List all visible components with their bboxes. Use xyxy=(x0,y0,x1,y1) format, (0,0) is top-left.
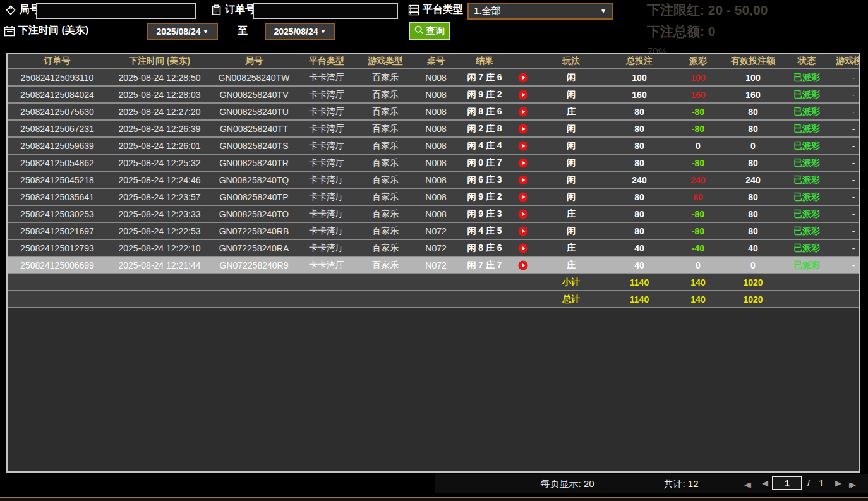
play-video-icon[interactable] xyxy=(518,226,528,236)
subtotal-row-table_no xyxy=(413,274,459,291)
play-type-cell: 庄 xyxy=(536,239,606,257)
play-video-icon[interactable] xyxy=(518,243,528,253)
play-video-icon[interactable] xyxy=(518,158,528,168)
col-header-mode: 游戏模式 xyxy=(831,54,860,69)
page-number-input[interactable] xyxy=(772,476,802,490)
prev-page-icon[interactable]: ◀ xyxy=(762,478,768,489)
game-no-cell: GN008258240TP xyxy=(212,188,296,205)
total-row-type xyxy=(358,291,413,308)
table-row[interactable]: 2508241250596392025-08-24 12:26:01GN0082… xyxy=(8,137,860,154)
platform-type-cell: 卡卡湾厅 xyxy=(296,257,358,274)
background-bet-limit: 下注限红: 20 - 50,00 xyxy=(647,1,868,19)
game-type-cell: 百家乐 xyxy=(358,205,413,222)
play-video-icon[interactable] xyxy=(518,175,528,185)
total-row-time xyxy=(107,291,212,308)
date-from-picker[interactable]: 2025/08/24 ▼ xyxy=(147,23,218,40)
game-no-cell: GN008258240TW xyxy=(212,69,296,86)
game-type-cell: 百家乐 xyxy=(358,69,413,86)
payout-cell: -80 xyxy=(672,120,724,137)
play-video-icon[interactable] xyxy=(518,209,528,219)
bet-time-label: 下注时间 (美东) xyxy=(4,24,88,37)
bet-time-cell: 2025-08-24 12:22:53 xyxy=(107,222,212,239)
platform-type-cell: 卡卡湾厅 xyxy=(296,86,358,103)
game-mode-cell: - xyxy=(831,86,860,103)
play-video-icon[interactable] xyxy=(518,260,528,270)
result-cell: 闲 0 庄 7 xyxy=(459,154,510,171)
table-row[interactable]: 2508241250672312025-08-24 12:26:39GN0082… xyxy=(8,120,860,137)
play-type-cell: 闲 xyxy=(536,188,606,205)
game-no-label: 局号 xyxy=(5,3,40,16)
play-video-icon[interactable] xyxy=(518,90,528,100)
total-row-order xyxy=(8,291,107,308)
platform-type-label: 平台类型 xyxy=(408,3,463,16)
col-header-type: 游戏类型 xyxy=(358,54,413,69)
total-row-bet: 1140 xyxy=(606,291,672,308)
platform-type-cell: 卡卡湾厅 xyxy=(296,137,358,154)
play-video-icon[interactable] xyxy=(518,107,528,117)
game-no-cell: GN072258240RA xyxy=(212,239,296,257)
order-no-cell: 250824125054862 xyxy=(8,154,107,171)
subtotal-row-play_icon xyxy=(510,274,536,291)
bet-time-cell: 2025-08-24 12:26:39 xyxy=(107,120,212,137)
table-row[interactable]: 2508241250216972025-08-24 12:22:53GN0722… xyxy=(8,222,860,239)
play-type-cell: 闲 xyxy=(536,171,606,188)
col-header-play_icon xyxy=(510,54,536,69)
result-cell: 闲 9 庄 2 xyxy=(459,86,510,103)
play-type-cell: 闲 xyxy=(536,222,606,239)
bet-time-cell: 2025-08-24 12:24:46 xyxy=(107,171,212,188)
total-bet-cell: 160 xyxy=(606,86,672,103)
game-mode-cell: - xyxy=(831,257,860,274)
subtotal-row-result xyxy=(459,274,510,291)
valid-bet-cell: 160 xyxy=(724,86,782,103)
bet-time-cell: 2025-08-24 12:28:03 xyxy=(107,86,212,103)
total-bet-cell: 80 xyxy=(606,154,672,171)
payout-cell: 240 xyxy=(672,171,724,188)
table-row[interactable]: 2508241250548622025-08-24 12:25:32GN0082… xyxy=(8,154,860,171)
query-button[interactable]: 查询 xyxy=(409,22,450,40)
play-video-icon[interactable] xyxy=(518,73,528,83)
play-video-icon[interactable] xyxy=(518,192,528,202)
first-page-icon[interactable]: ◀◀ xyxy=(744,479,747,490)
game-mode-cell: - xyxy=(831,120,860,137)
table-row[interactable]: 2508241250127932025-08-24 12:22:10GN0722… xyxy=(8,239,860,257)
tag-icon xyxy=(5,4,16,16)
table-row[interactable]: 2508241250931102025-08-24 12:28:50GN0082… xyxy=(8,69,860,86)
play-video-icon[interactable] xyxy=(518,124,528,134)
play-video-cell xyxy=(510,222,536,239)
valid-bet-cell: 40 xyxy=(724,239,782,257)
table-no-cell: N072 xyxy=(413,239,459,257)
game-type-cell: 百家乐 xyxy=(358,120,413,137)
order-no-cell: 250824125021697 xyxy=(8,222,107,239)
subtotal-row-game xyxy=(212,274,296,291)
platform-type-cell: 卡卡湾厅 xyxy=(296,154,358,171)
col-header-order: 订单号 xyxy=(8,54,107,69)
table-row[interactable]: 2508241250356412025-08-24 12:23:57GN0082… xyxy=(8,188,860,205)
table-row[interactable]: 2508241250452182025-08-24 12:24:46GN0082… xyxy=(8,171,860,188)
date-to-picker[interactable]: 2025/08/24 ▼ xyxy=(265,23,335,40)
last-page-icon[interactable]: ▶▶ xyxy=(849,479,852,490)
table-row[interactable]: 2508241250756302025-08-24 12:27:20GN0082… xyxy=(8,103,860,120)
table-row[interactable]: 2508241250840242025-08-24 12:28:03GN0082… xyxy=(8,86,860,103)
platform-type-select[interactable]: 1.全部 ▼ xyxy=(467,3,613,20)
bet-time-cell: 2025-08-24 12:23:57 xyxy=(107,188,212,205)
table-no-cell: N008 xyxy=(413,137,459,154)
next-page-icon[interactable]: ▶ xyxy=(835,478,841,489)
subtotal-row-valid: 1020 xyxy=(724,274,782,291)
result-cell: 闲 8 庄 6 xyxy=(459,239,510,257)
play-type-cell: 庄 xyxy=(536,205,606,222)
chevron-down-icon: ▼ xyxy=(600,8,606,15)
platform-type-cell: 卡卡湾厅 xyxy=(296,205,358,222)
total-row-mode xyxy=(831,291,860,308)
play-video-icon[interactable] xyxy=(518,141,528,151)
col-header-status: 状态 xyxy=(782,54,831,69)
col-header-play: 玩法 xyxy=(536,54,606,69)
valid-bet-cell: 240 xyxy=(724,171,782,188)
status-cell: 已派彩 xyxy=(782,188,831,205)
bottom-edge-strip xyxy=(0,497,868,501)
order-no-cell: 250824125093110 xyxy=(8,69,107,86)
table-row[interactable]: 2508241250066992025-08-24 12:21:44GN0722… xyxy=(8,257,860,274)
game-no-input[interactable] xyxy=(36,3,196,19)
table-row[interactable]: 2508241250302532025-08-24 12:23:33GN0082… xyxy=(8,205,860,222)
play-video-cell xyxy=(510,239,536,257)
order-no-input[interactable] xyxy=(253,3,398,19)
